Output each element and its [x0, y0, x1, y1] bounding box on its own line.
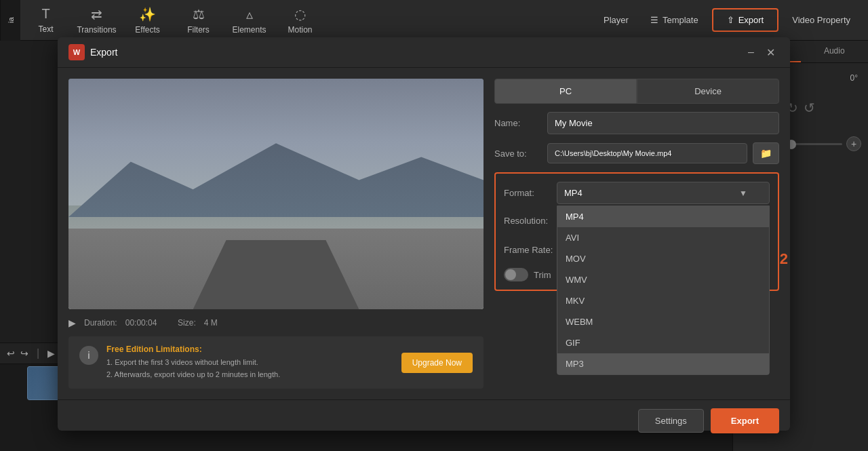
- chevron-down-icon: ▼: [739, 189, 747, 198]
- export-top-label: Export: [738, 15, 764, 25]
- name-row: Name:: [494, 112, 779, 134]
- format-section: Format: MP4 ▼ MP4 AVI MOV 2: [494, 172, 779, 291]
- format-option-webm[interactable]: WEBM: [557, 311, 769, 332]
- preview-section: ▶ Duration: 00:00:04 Size: 4 M i Free Ed…: [68, 79, 484, 389]
- format-select[interactable]: MP4 ▼: [557, 182, 770, 204]
- limitations-title: Free Edition Limitations:: [106, 345, 393, 354]
- limitation-2: 2. Afterwards, export video up to 2 minu…: [106, 369, 393, 381]
- video-preview: [68, 79, 484, 309]
- trim-label: Trim: [534, 270, 551, 280]
- dialog-minimize-button[interactable]: –: [743, 45, 760, 60]
- left-arrow-icon: ↺: [804, 100, 815, 116]
- size-label: Size:: [178, 318, 196, 328]
- name-label: Name:: [494, 118, 542, 128]
- toolbar-item-elements[interactable]: ▵ Elements: [224, 0, 275, 41]
- duration-value: 00:00:04: [125, 318, 157, 328]
- format-option-wmv[interactable]: WMV: [557, 269, 769, 290]
- format-value: MP4: [564, 188, 583, 198]
- add-speed-button[interactable]: +: [846, 136, 861, 151]
- resolution-label: Resolution:: [504, 216, 565, 226]
- toolbar: ia T Text ⇄ Transitions ✨ Effects ⚖ Filt…: [0, 0, 868, 41]
- format-row: Format: MP4 ▼ MP4 AVI MOV 2: [504, 182, 770, 204]
- export-dialog: W Export – ✕ ▶ Duration: 00:00:04 S: [58, 37, 790, 431]
- name-input[interactable]: [547, 112, 779, 134]
- format-select-wrapper: MP4 ▼ MP4 AVI MOV 2 WMV MKV: [557, 182, 770, 204]
- settings-section: PC Device Name: Save to: 📁 Format:: [494, 79, 779, 389]
- tab-pc[interactable]: PC: [494, 79, 637, 104]
- framerate-label: Frame Rate:: [504, 245, 565, 255]
- player-label: Player: [604, 15, 629, 25]
- video-property-button[interactable]: Video Property: [781, 9, 861, 31]
- export-top-icon: ⇧: [727, 15, 734, 25]
- toolbar-item-filters[interactable]: ⚖ Filters: [173, 0, 224, 41]
- dialog-footer: Settings Export: [58, 399, 790, 442]
- filters-label: Filters: [187, 25, 210, 35]
- format-dropdown: MP4 AVI MOV 2 WMV MKV WEBM GIF MP3: [557, 205, 770, 375]
- dialog-app-icon: W: [68, 44, 85, 60]
- limitation-1: 1. Export the first 3 videos without len…: [106, 357, 393, 369]
- dialog-title: Export: [90, 47, 743, 58]
- video-preview-inner: [68, 79, 484, 309]
- info-icon: i: [79, 346, 98, 365]
- transitions-icon: ⇄: [91, 6, 102, 22]
- transitions-label: Transitions: [77, 25, 116, 35]
- toolbar-item-effects[interactable]: ✨ Effects: [122, 0, 173, 41]
- template-button[interactable]: ☰ Template: [639, 9, 709, 31]
- format-option-mkv[interactable]: MKV: [557, 290, 769, 311]
- export-top-button[interactable]: ⇧ Export: [712, 8, 779, 32]
- browse-button[interactable]: 📁: [753, 142, 779, 164]
- settings-button[interactable]: Settings: [638, 409, 704, 433]
- video-property-label: Video Property: [792, 15, 850, 25]
- toggle-knob: [505, 269, 516, 280]
- text-icon: T: [41, 6, 50, 22]
- export-action-button[interactable]: Export: [711, 408, 779, 433]
- format-option-mov[interactable]: MOV 2: [557, 248, 769, 269]
- format-option-mp3[interactable]: MP3: [557, 353, 769, 374]
- duration-info: ▶ Duration: 00:00:04 Size: 4 M: [68, 317, 484, 328]
- save-to-input[interactable]: [547, 143, 747, 163]
- motion-icon: ◌: [294, 6, 306, 22]
- redo-button[interactable]: ↪: [20, 348, 28, 359]
- save-to-row: Save to: 📁: [494, 142, 779, 164]
- template-label: Template: [663, 15, 698, 25]
- format-option-mp4[interactable]: MP4: [557, 206, 769, 227]
- tab-device[interactable]: Device: [637, 79, 779, 104]
- format-label: Format:: [504, 188, 551, 198]
- limitations-text: Free Edition Limitations: 1. Export the …: [106, 345, 393, 380]
- media-panel-label: ia: [0, 0, 20, 41]
- effects-icon: ✨: [139, 6, 156, 22]
- player-button[interactable]: Player: [595, 9, 637, 31]
- trim-toggle[interactable]: [504, 268, 528, 281]
- text-label: Text: [38, 24, 53, 34]
- upgrade-now-button[interactable]: Upgrade Now: [401, 353, 473, 373]
- dialog-close-button[interactable]: ✕: [762, 45, 779, 60]
- tab-audio[interactable]: Audio: [801, 41, 869, 62]
- motion-label: Motion: [288, 25, 312, 35]
- undo-button[interactable]: ↩: [7, 348, 15, 359]
- number-badge: 2: [780, 250, 788, 268]
- destination-tabs: PC Device: [494, 79, 779, 104]
- size-value: 4 M: [204, 318, 218, 328]
- filters-icon: ⚖: [193, 6, 205, 22]
- toolbar-item-motion[interactable]: ◌ Motion: [275, 0, 326, 41]
- duration-icon: ▶: [68, 317, 76, 328]
- elements-icon: ▵: [246, 6, 253, 22]
- save-to-label: Save to:: [494, 149, 542, 159]
- toolbar-left: T Text ⇄ Transitions ✨ Effects ⚖ Filters…: [20, 0, 326, 41]
- toolbar-item-text[interactable]: T Text: [20, 0, 71, 41]
- play-button[interactable]: ▶: [47, 348, 55, 359]
- dialog-body: ▶ Duration: 00:00:04 Size: 4 M i Free Ed…: [58, 68, 790, 399]
- template-icon: ☰: [650, 15, 658, 25]
- format-option-gif[interactable]: GIF: [557, 332, 769, 353]
- duration-label: Duration:: [84, 318, 117, 328]
- elements-label: Elements: [232, 25, 266, 35]
- limitations-box: i Free Edition Limitations: 1. Export th…: [68, 336, 484, 389]
- format-option-avi[interactable]: AVI: [557, 227, 769, 248]
- effects-label: Effects: [135, 25, 159, 35]
- toolbar-item-transitions[interactable]: ⇄ Transitions: [71, 0, 122, 41]
- dialog-titlebar: W Export – ✕: [58, 37, 790, 68]
- toolbar-right: Player ☰ Template ⇧ Export Video Propert…: [595, 8, 868, 32]
